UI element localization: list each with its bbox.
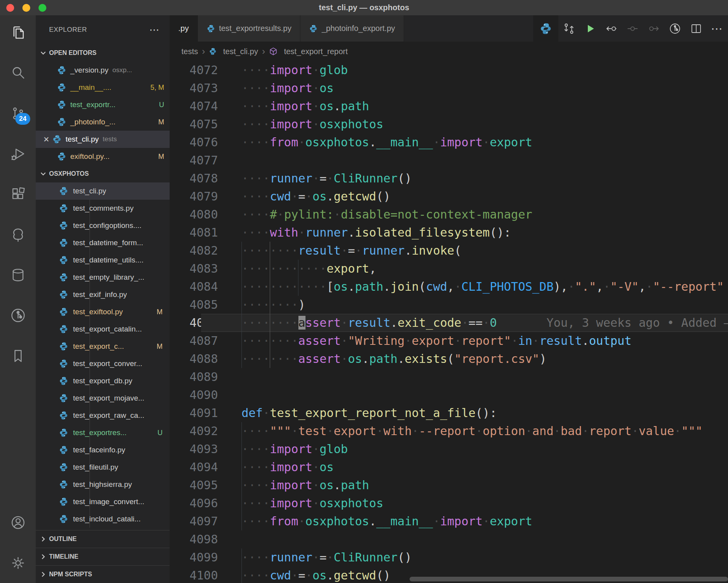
activity-search-icon[interactable]: [0, 53, 36, 93]
code-line[interactable]: 4092····"""·test·export·with·--report·op…: [170, 422, 728, 440]
breadcrumb-item[interactable]: test_cli.py: [209, 47, 258, 56]
code-line[interactable]: 4090: [170, 386, 728, 404]
line-number: 4077: [170, 151, 218, 169]
run-button[interactable]: [580, 15, 601, 42]
tree-item[interactable]: test_export_conver...: [36, 355, 170, 372]
more-actions-button[interactable]: ⋯: [707, 15, 728, 42]
line-number: 4100: [170, 567, 218, 583]
code-line[interactable]: 4093····import·glob: [170, 440, 728, 458]
editor-tab[interactable]: .py: [170, 15, 198, 42]
compare-changes-button[interactable]: [558, 15, 580, 42]
tree-item[interactable]: test_empty_library_...: [36, 269, 170, 286]
line-number: 4092: [170, 422, 218, 440]
code-line[interactable]: 4081····with·runner.isolated_filesystem(…: [170, 224, 728, 242]
code-line[interactable]: 4072····import·glob: [170, 61, 728, 79]
tree-item[interactable]: test_export_mojave...: [36, 390, 170, 407]
tree-item[interactable]: test_image_convert...: [36, 493, 170, 510]
open-editor-item[interactable]: exiftool.py...M: [36, 148, 170, 165]
code-line[interactable]: 4087········assert·"Writing·export·repor…: [170, 332, 728, 350]
open-editor-item[interactable]: test_exportr...U: [36, 96, 170, 113]
horizontal-scrollbar[interactable]: [410, 577, 728, 581]
section-npm-scripts[interactable]: NPM SCRIPTS: [36, 565, 170, 583]
gitlens-button[interactable]: [664, 15, 686, 42]
tree-item[interactable]: test_highsierra.py: [36, 476, 170, 493]
code-line[interactable]: 4089: [170, 368, 728, 386]
activity-account-icon[interactable]: [0, 502, 36, 543]
code-line[interactable]: 4099····runner·=·CliRunner(): [170, 548, 728, 567]
line-number: 4091: [170, 404, 218, 422]
tree-item[interactable]: test_export_catalin...: [36, 321, 170, 338]
tree-item[interactable]: test_fileutil.py: [36, 459, 170, 476]
code-line[interactable]: 4094····import·os: [170, 458, 728, 476]
editor-actions: ⋯: [533, 15, 728, 42]
tree-item[interactable]: test_datetime_utils....: [36, 251, 170, 269]
tree-item[interactable]: test_export_raw_ca...: [36, 407, 170, 424]
activity-run-debug-icon[interactable]: [0, 133, 36, 174]
tree-item[interactable]: test_configoptions....: [36, 217, 170, 234]
step-back-button[interactable]: [601, 15, 622, 42]
python-file-icon: [540, 22, 552, 35]
code-line[interactable]: 4083············export,: [170, 260, 728, 278]
project-section-header[interactable]: OSXPHOTOS: [36, 165, 170, 182]
tree-item[interactable]: test_exif_info.py: [36, 286, 170, 303]
code-line[interactable]: 4076····from·osxphotos.__main__·import·e…: [170, 133, 728, 151]
zoom-window-button[interactable]: [38, 4, 46, 12]
tree-item[interactable]: test_exportres...U: [36, 424, 170, 441]
step-out-button[interactable]: [643, 15, 664, 42]
activity-extensions-icon[interactable]: [0, 174, 36, 214]
open-editor-item[interactable]: _version.pyosxp...: [36, 62, 170, 79]
tree-item[interactable]: test_datetime_form...: [36, 234, 170, 251]
step-over-button[interactable]: [622, 15, 643, 42]
code-line[interactable]: 4084············[os.path.join(cwd,·CLI_P…: [170, 278, 728, 296]
code-line[interactable]: 4077: [170, 151, 728, 169]
tree-item[interactable]: test_export_db.py: [36, 372, 170, 390]
activity-database-icon[interactable]: [0, 255, 36, 295]
tree-item[interactable]: test_faceinfo.py: [36, 441, 170, 459]
open-editors-header[interactable]: OPEN EDITORS: [36, 44, 170, 62]
tree-item[interactable]: test_exiftool.pyM: [36, 303, 170, 321]
python-interpreter-button[interactable]: [533, 15, 558, 42]
code-line[interactable]: 4073····import·os: [170, 79, 728, 97]
open-editor-item[interactable]: ✕ test_cli.pytests: [36, 131, 170, 148]
activity-bookmarks-icon[interactable]: [0, 335, 36, 376]
open-editor-item[interactable]: __main__....5, M: [36, 79, 170, 96]
code-line[interactable]: 4082········result·=·runner.invoke(: [170, 242, 728, 260]
tree-item[interactable]: test_cli.py: [36, 182, 170, 200]
code-line[interactable]: 4086········assert·result.exit_code·==·0…: [170, 314, 728, 332]
tree-item[interactable]: test_export_c...M: [36, 338, 170, 355]
code-line[interactable]: 4098: [170, 530, 728, 548]
editor-tab[interactable]: test_exportresults.py: [198, 15, 301, 42]
git-blame-annotation: You, 3 weeks ago • Added –: [547, 316, 728, 330]
close-editor-icon[interactable]: ✕: [40, 135, 52, 144]
code-line[interactable]: 4091def·test_export_report_not_a_file():: [170, 404, 728, 422]
code-line[interactable]: 4097····from·osxphotos.__main__·import·e…: [170, 512, 728, 530]
tree-item[interactable]: test_comments.py: [36, 200, 170, 217]
code-line[interactable]: 4078····runner·=·CliRunner(): [170, 169, 728, 188]
close-window-button[interactable]: [6, 4, 14, 12]
code-line[interactable]: 4079····cwd·=·os.getcwd(): [170, 188, 728, 206]
views-and-more-actions-button[interactable]: ⋯: [149, 24, 160, 36]
tree-item-filename: test_exportres...: [73, 428, 126, 437]
activity-source-control-icon[interactable]: 24: [0, 93, 36, 133]
open-editor-item[interactable]: _photoinfo_...M: [36, 113, 170, 131]
breadcrumb-item[interactable]: test_export_report: [269, 47, 348, 56]
activity-settings-icon[interactable]: [0, 543, 36, 583]
split-editor-button[interactable]: [686, 15, 707, 42]
code-line[interactable]: 4095····import·os.path: [170, 476, 728, 494]
section-outline[interactable]: OUTLINE: [36, 530, 170, 548]
breadcrumb-item[interactable]: tests: [181, 47, 198, 56]
minimize-window-button[interactable]: [22, 4, 30, 12]
code-line[interactable]: 4088········assert·os.path.exists("repor…: [170, 350, 728, 368]
tree-item[interactable]: test_incloud_catali...: [36, 510, 170, 528]
code-line[interactable]: 4075····import·osxphotos: [170, 115, 728, 133]
code-line[interactable]: 4080····#·pylint:·disable=not-context-ma…: [170, 206, 728, 224]
code-line[interactable]: 4085········): [170, 296, 728, 314]
code-editor[interactable]: 4072····import·glob4073····import·os4074…: [170, 61, 728, 583]
activity-explorer-icon[interactable]: [0, 12, 36, 53]
activity-tree-icon[interactable]: [0, 214, 36, 255]
editor-tab[interactable]: _photoinfo_export.py: [300, 15, 404, 42]
code-line[interactable]: 4096····import·osxphotos: [170, 494, 728, 512]
activity-gitlens-icon[interactable]: [0, 295, 36, 335]
section-timeline[interactable]: TIMELINE: [36, 548, 170, 565]
code-line[interactable]: 4074····import·os.path: [170, 97, 728, 115]
